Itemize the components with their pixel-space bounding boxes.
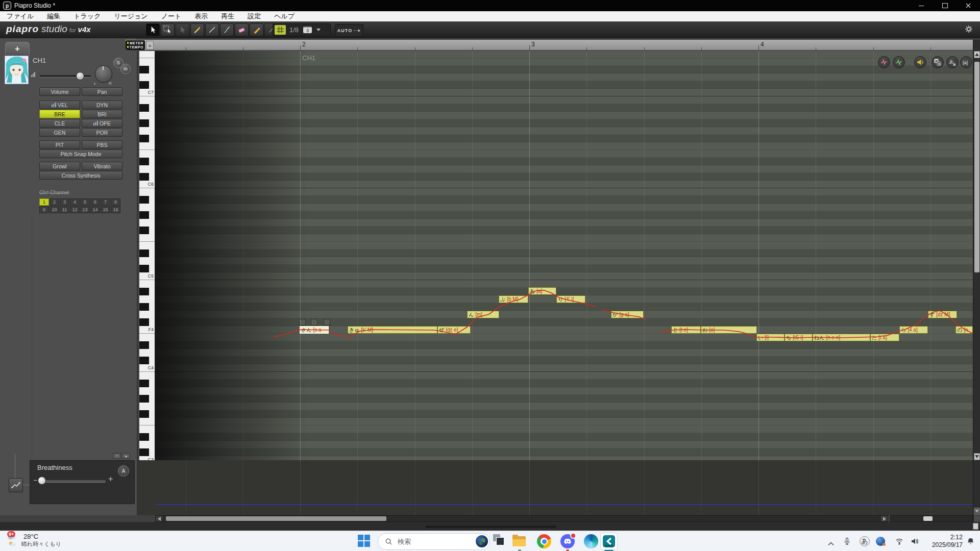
vibrato-button[interactable]: Vibrato xyxy=(82,162,122,170)
piano-roll[interactable]: CH1さん[s aきゅ[k' M]ぜ[dz e]ん[m]ぶ[b M]あ[a]り[… xyxy=(155,51,973,460)
channel-cell-10[interactable]: 10 xyxy=(50,206,59,213)
corner-widget[interactable] xyxy=(973,523,978,530)
horizontal-scrollbar[interactable] xyxy=(155,515,888,522)
mute-button[interactable]: m xyxy=(120,64,131,74)
piano-key-black[interactable] xyxy=(139,173,149,181)
mixer-button-pan[interactable]: Pan xyxy=(82,87,122,96)
note[interactable]: ぶ[b M] xyxy=(499,295,528,303)
vertical-scrollbar[interactable] xyxy=(973,40,980,522)
auto-button[interactable]: AUTO xyxy=(335,24,363,37)
discord-button[interactable] xyxy=(560,534,575,548)
parameter-lane[interactable] xyxy=(138,460,973,515)
line-tool[interactable] xyxy=(205,23,219,36)
mixer-button-volume[interactable]: Volume xyxy=(39,87,80,96)
menu-item-4[interactable]: ノート xyxy=(155,11,188,22)
param-button-gen[interactable]: GEN xyxy=(39,128,80,137)
piano-key-black[interactable] xyxy=(139,357,149,364)
meter-tempo-box[interactable]: METER TEMPO xyxy=(126,40,145,50)
channel-cell-4[interactable]: 4 xyxy=(70,198,80,206)
piano-key-black[interactable] xyxy=(139,104,149,112)
move-tool[interactable] xyxy=(176,23,189,36)
secondary-scrollbar-thumb[interactable] xyxy=(923,516,933,521)
weather-temp[interactable]: 28°C xyxy=(23,533,38,540)
param-button-dyn[interactable]: DYN xyxy=(82,101,122,109)
channel-cell-6[interactable]: 6 xyxy=(90,198,100,206)
timeline-ruler[interactable]: 234 xyxy=(126,40,973,51)
pencil-tool[interactable] xyxy=(190,23,204,36)
phoneme-display-icon[interactable]: [a] xyxy=(960,56,972,68)
piano-keyboard[interactable]: C7C6C5F4C4C3 xyxy=(139,51,155,460)
piano-key-black[interactable] xyxy=(139,158,149,165)
pan-knob[interactable] xyxy=(95,65,112,83)
scroll-up-button[interactable] xyxy=(974,51,980,58)
channel-cell-7[interactable]: 7 xyxy=(101,198,110,206)
note[interactable]: が[g a] xyxy=(611,311,644,318)
parameter-curve-button[interactable] xyxy=(9,478,23,492)
piano-key-black[interactable] xyxy=(139,135,149,142)
volume-tray-icon[interactable] xyxy=(911,537,919,547)
piano-key-black[interactable] xyxy=(139,119,149,127)
channel-cell-11[interactable]: 11 xyxy=(60,206,69,213)
chrome-button[interactable] xyxy=(537,534,551,548)
secondary-scrollbar[interactable] xyxy=(890,515,973,522)
rest-box[interactable] xyxy=(311,319,317,325)
maximize-button[interactable] xyxy=(933,0,957,11)
piano-key-black[interactable] xyxy=(139,433,149,441)
wifi-tray-icon[interactable] xyxy=(895,537,903,547)
scroll-right-button[interactable] xyxy=(881,516,888,521)
taskbar-clock[interactable]: 2:12 2025/09/17 xyxy=(923,534,963,548)
pitch-edit-icon[interactable] xyxy=(878,56,890,68)
note[interactable]: い[i] xyxy=(756,334,785,341)
resize-handle[interactable] xyxy=(425,525,556,528)
channel-cell-14[interactable]: 14 xyxy=(90,206,100,213)
piano-key-black[interactable] xyxy=(139,66,149,73)
channel-cell-16[interactable]: 16 xyxy=(111,206,120,213)
phoneme-lock-icon[interactable]: PS xyxy=(932,56,944,68)
piano-key-black[interactable] xyxy=(139,288,149,295)
note[interactable]: ず[dz M] xyxy=(928,311,957,318)
singer-avatar[interactable] xyxy=(5,56,29,84)
menu-item-8[interactable]: ヘルプ xyxy=(267,11,301,22)
menu-item-1[interactable]: 編集 xyxy=(40,11,67,22)
param-button-cle[interactable]: CLE xyxy=(39,119,80,128)
speaker-icon[interactable] xyxy=(914,56,926,68)
menu-item-3[interactable]: リージョン xyxy=(107,11,154,22)
collapse-button[interactable]: « xyxy=(146,41,154,49)
param-button-ope[interactable]: OPE xyxy=(82,119,122,128)
param-button-bri[interactable]: BRI xyxy=(82,110,122,118)
pitch-velocity-icon[interactable]: v xyxy=(893,56,905,68)
note[interactable]: り[4' i] xyxy=(556,295,585,303)
task-view-button[interactable] xyxy=(493,534,507,548)
settings-gear-button[interactable] xyxy=(965,25,973,35)
minimize-button[interactable] xyxy=(910,0,933,11)
lane-collapse-button[interactable]: ▲ xyxy=(122,453,130,459)
channel-cell-5[interactable]: 5 xyxy=(80,198,90,206)
param-button-por[interactable]: POR xyxy=(82,128,122,137)
ime-indicator[interactable]: あ xyxy=(860,536,870,546)
note[interactable]: きゅ[k' M] xyxy=(348,326,437,334)
channel-cell-2[interactable]: 2 xyxy=(50,198,59,206)
breathiness-slider-track[interactable] xyxy=(39,480,106,483)
piano-key-black[interactable] xyxy=(139,227,149,234)
snap-value[interactable]: 1/8 xyxy=(289,26,299,34)
rest-box[interactable] xyxy=(299,319,306,325)
piano-key-black[interactable] xyxy=(139,249,149,257)
note[interactable]: の[n xyxy=(955,326,973,334)
piano-key-black[interactable] xyxy=(139,410,149,418)
breathiness-minus[interactable]: − xyxy=(33,476,37,484)
horizontal-scrollbar-thumb[interactable] xyxy=(166,516,386,521)
breathiness-slider-knob[interactable] xyxy=(38,477,46,485)
note[interactable]: あ[a] xyxy=(528,287,556,295)
note[interactable]: ち[tS i] xyxy=(785,334,813,341)
channel-cell-1[interactable]: 1 xyxy=(39,198,49,206)
triplet-button[interactable]: 3 xyxy=(303,27,312,33)
piano-key-black[interactable] xyxy=(139,380,149,387)
start-button[interactable] xyxy=(358,535,371,548)
piano-key-black[interactable] xyxy=(139,211,149,219)
pitch-button-pbs[interactable]: PBS xyxy=(82,140,122,149)
note[interactable]: ねん[n e n] xyxy=(813,334,870,341)
menu-item-0[interactable]: ファイル xyxy=(0,11,40,22)
piapro-studio-taskbar-button[interactable] xyxy=(600,533,618,550)
pitch-button-pit[interactable]: PIT xyxy=(39,140,80,149)
menu-item-6[interactable]: 再生 xyxy=(214,11,241,22)
